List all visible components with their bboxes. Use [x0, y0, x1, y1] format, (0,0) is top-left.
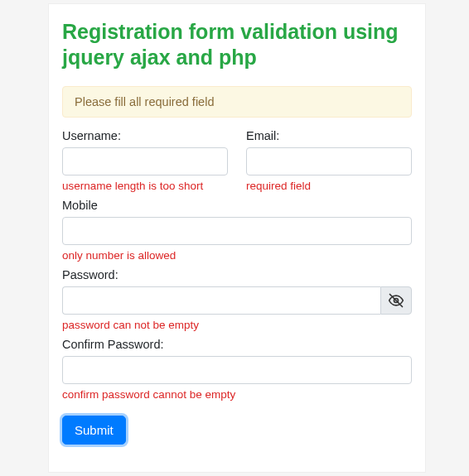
email-field: Email: required field — [246, 129, 412, 192]
validation-alert: Please fill all required field — [62, 86, 412, 118]
username-input[interactable] — [62, 147, 228, 175]
toggle-password-visibility-button[interactable] — [380, 286, 412, 315]
mobile-error: only number is allowed — [62, 249, 412, 262]
page-title: Registration form validation using jquer… — [62, 19, 412, 71]
mobile-field: Mobile only number is allowed — [62, 199, 412, 262]
registration-form-card: Registration form validation using jquer… — [48, 3, 426, 473]
username-error: username length is too short — [62, 180, 228, 192]
password-error: password can not be empty — [62, 319, 412, 331]
username-label: Username: — [62, 129, 228, 142]
password-field: Password: password can not be empty — [62, 268, 412, 331]
email-label: Email: — [246, 129, 412, 142]
confirm-password-error: confirm password cannot be empty — [62, 388, 412, 401]
mobile-label: Mobile — [62, 199, 412, 212]
password-label: Password: — [62, 268, 412, 281]
username-field: Username: username length is too short — [62, 129, 228, 192]
mobile-input[interactable] — [62, 217, 412, 245]
email-input[interactable] — [246, 147, 412, 175]
eye-off-icon — [388, 292, 404, 309]
submit-button[interactable]: Submit — [62, 416, 126, 445]
confirm-password-label: Confirm Password: — [62, 338, 412, 351]
email-error: required field — [246, 180, 412, 192]
password-input[interactable] — [62, 286, 380, 315]
confirm-password-input[interactable] — [62, 356, 412, 384]
confirm-password-field: Confirm Password: confirm password canno… — [62, 338, 412, 401]
